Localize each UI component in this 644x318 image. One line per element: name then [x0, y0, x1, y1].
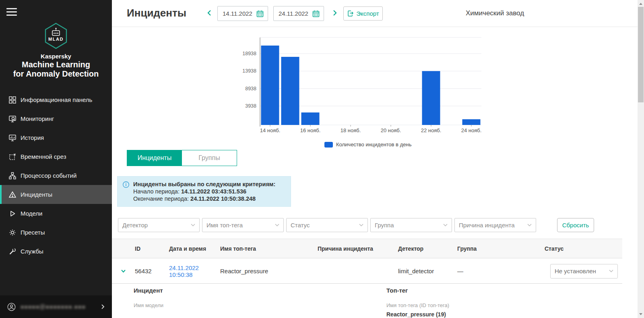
models-icon	[9, 210, 16, 217]
logo-text: MLAD	[48, 37, 64, 42]
col-reason: Причина инцидента	[316, 245, 396, 252]
calendar-icon	[256, 10, 264, 17]
mlad-logo: MLAD	[0, 23, 112, 51]
chart-legend: Количество инцидентов в день	[324, 141, 411, 148]
cell-datetime-link[interactable]: 24.11.2022 10:50:38	[167, 264, 218, 278]
period-forward-button[interactable]	[332, 10, 341, 18]
filter-top-tag-select[interactable]: Имя топ-тега	[202, 218, 284, 232]
menu-icon[interactable]	[6, 8, 17, 16]
col-status: Статус	[543, 245, 622, 252]
tab-incidents[interactable]: Инциденты	[127, 150, 182, 166]
user-icon	[7, 303, 16, 311]
chevron-down-icon	[191, 224, 195, 227]
sidebar-item-label: Инциденты	[21, 191, 52, 198]
vertical-scrollbar[interactable]	[638, 0, 644, 318]
presets-icon	[9, 229, 16, 236]
table-row: 56432 24.11.2022 10:50:38 Reactor_pressu…	[112, 259, 622, 284]
date-to-value: 24.11.2022	[279, 10, 312, 17]
period-back-button[interactable]	[207, 10, 215, 18]
col-top-tag: Имя топ-тега	[218, 245, 316, 252]
export-icon	[347, 10, 354, 17]
incidents-bar-chart: 39388938139381893814 нояб.16 нояб.18 ноя…	[233, 34, 487, 136]
sidebar-item-time-slice[interactable]: Временной срез	[0, 147, 112, 166]
brand-name: Kaspersky	[0, 53, 112, 60]
col-group: Группа	[455, 245, 543, 252]
svg-text:13938: 13938	[242, 68, 256, 74]
top-tag-section-title: Топ-тег	[386, 287, 408, 294]
sidebar-item-models[interactable]: Модели	[0, 204, 112, 223]
period-start-value: 14.11.2022 03:43:51.536	[181, 188, 246, 195]
dashboard-icon	[9, 96, 16, 104]
tab-groups[interactable]: Группы	[182, 150, 237, 166]
asset-context-label: Химический завод	[466, 9, 524, 17]
cell-group: —	[455, 268, 543, 274]
col-datetime: Дата и время	[167, 245, 218, 252]
filter-group-select[interactable]: Группа	[370, 218, 452, 232]
services-icon	[9, 248, 16, 255]
svg-text:14 нояб.: 14 нояб.	[260, 127, 281, 133]
sidebar-item-monitoring[interactable]: Мониторинг	[0, 109, 112, 128]
row-expander[interactable]	[112, 269, 133, 273]
chevron-down-icon	[443, 224, 448, 227]
filter-bar: Детектор Имя топ-тега Статус Группа Прич…	[118, 218, 536, 232]
user-account[interactable]: ●●●●●@●●●●●●●.●●●	[0, 295, 112, 318]
sidebar-item-label: Информационная панель	[21, 96, 92, 103]
legend-swatch	[324, 142, 333, 148]
criteria-info-box: Инциденты выбраны по следующим критериям…	[117, 176, 291, 207]
main-content: Инциденты 14.11.2022 24.11.2022 Экспорт …	[112, 0, 638, 318]
history-icon	[9, 134, 16, 141]
sidebar-item-label: Пресеты	[21, 229, 45, 236]
col-id: ID	[133, 245, 167, 252]
sidebar-item-label: Модели	[21, 210, 42, 217]
svg-text:18938: 18938	[242, 51, 256, 56]
mlad-app: MLAD Kaspersky Machine Learning for Anom…	[0, 0, 644, 318]
cell-id: 56432	[133, 268, 167, 274]
scroll-down-arrow[interactable]	[639, 313, 642, 315]
filter-status-select[interactable]: Статус	[286, 218, 368, 232]
page-header: Инциденты 14.11.2022 24.11.2022 Экспорт …	[112, 0, 638, 27]
sidebar-nav: Информационная панель Мониторинг История…	[0, 90, 112, 261]
sidebar-item-label: Процессор событий	[21, 172, 76, 179]
info-icon	[122, 181, 130, 188]
top-tag-label: Имя топ-тега (ID топ-тега)	[386, 302, 449, 308]
time-slice-icon	[9, 153, 16, 160]
svg-text:20 нояб.: 20 нояб.	[381, 127, 401, 133]
svg-text:16 нояб.: 16 нояб.	[300, 127, 321, 133]
cell-top-tag: Reactor_pressure	[218, 268, 316, 274]
incident-detail-panel: Инцидент Имя модели Топ-тег Имя топ-тега…	[112, 284, 622, 318]
chevron-right-icon	[332, 10, 337, 16]
filter-reason-select[interactable]: Причина инцидента	[454, 218, 536, 232]
scroll-up-arrow[interactable]	[639, 3, 642, 5]
top-tag-value: Reactor_pressure (19)	[386, 311, 446, 318]
export-button[interactable]: Экспорт	[343, 6, 383, 21]
sidebar-item-incidents[interactable]: Инциденты	[0, 185, 112, 204]
date-to-input[interactable]: 24.11.2022	[273, 6, 324, 21]
scrollbar-thumb[interactable]	[638, 7, 644, 102]
sidebar-item-label: Мониторинг	[21, 115, 54, 122]
chevron-down-icon	[275, 224, 279, 227]
sidebar-item-label: Службы	[21, 248, 43, 255]
criteria-title: Инциденты выбраны по следующим критериям…	[133, 181, 275, 188]
sidebar-item-presets[interactable]: Пресеты	[0, 223, 112, 242]
chevron-down-icon	[609, 270, 613, 272]
svg-text:24 нояб.: 24 нояб.	[461, 127, 482, 133]
legend-label: Количество инцидентов в день	[336, 141, 411, 148]
calendar-icon	[312, 10, 320, 17]
sidebar-item-services[interactable]: Службы	[0, 242, 112, 261]
filter-detector-select[interactable]: Детектор	[118, 218, 200, 232]
reset-filters-button[interactable]: Сбросить	[557, 218, 594, 232]
date-from-value: 14.11.2022	[223, 10, 256, 17]
incidents-icon	[9, 191, 16, 198]
chevron-down-icon	[359, 224, 363, 227]
date-from-input[interactable]: 14.11.2022	[217, 6, 268, 21]
incidents-table-header: ID Дата и время Имя топ-тега Причина инц…	[112, 239, 622, 258]
chevron-down-icon	[121, 269, 126, 273]
sidebar-item-event-processor[interactable]: Процессор событий	[0, 166, 112, 185]
svg-text:22 нояб.: 22 нояб.	[421, 127, 442, 133]
status-select[interactable]: Не установлен	[550, 264, 618, 279]
sidebar-item-history[interactable]: История	[0, 128, 112, 147]
sidebar-item-dashboard[interactable]: Информационная панель	[0, 90, 112, 109]
event-processor-icon	[9, 172, 16, 179]
view-tabs: Инциденты Группы	[127, 150, 237, 166]
svg-text:18 нояб.: 18 нояб.	[341, 127, 361, 133]
